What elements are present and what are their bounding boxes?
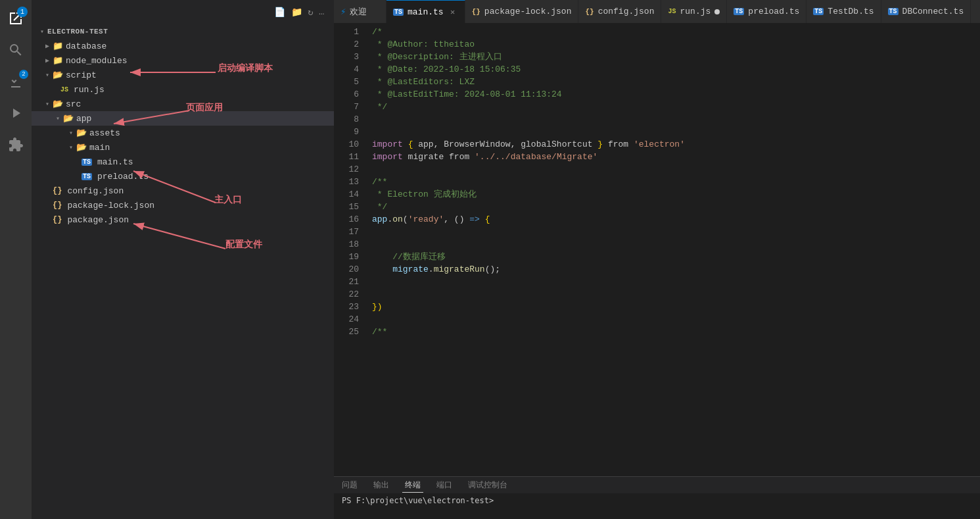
code-line-22 xyxy=(372,288,980,301)
tree-item-main-ts[interactable]: TS main.ts xyxy=(32,155,334,169)
preload-ts-tab-name: preload.ts xyxy=(748,7,799,16)
config-json-tab-icon: {} xyxy=(585,8,594,16)
activity-explorer[interactable]: 1 xyxy=(0,3,32,34)
code-line-5: * @LastEditors: LXZ xyxy=(372,76,980,88)
code-line-24 xyxy=(372,313,980,326)
line-numbers: 1234567891011121314151617181920212223242… xyxy=(334,23,367,476)
code-line-1: /* xyxy=(372,26,980,38)
main-folder-icon: 📂 xyxy=(76,142,87,153)
database-arrow: ▶ xyxy=(42,42,53,50)
tree-item-node-modules[interactable]: ▶ 📁 node_modules xyxy=(32,53,334,68)
package-lock-tab-icon: {} xyxy=(472,8,480,16)
tab-welcome[interactable]: ⚡ 欢迎 xyxy=(334,0,386,23)
activity-search[interactable] xyxy=(0,34,32,66)
tree-item-app[interactable]: ▾ 📂 app xyxy=(32,111,334,126)
tab-package-lock[interactable]: {} package-lock.json xyxy=(465,0,579,23)
new-file-btn[interactable]: 📄 xyxy=(273,5,287,19)
code-line-14: * Electron 完成初始化 xyxy=(372,188,980,201)
assets-arrow: ▾ xyxy=(66,129,76,137)
new-folder-btn[interactable]: 📁 xyxy=(290,5,304,19)
panel-tabs: 问题 输出 终端 端口 调试控制台 xyxy=(334,477,980,493)
root-arrow: ▾ xyxy=(37,28,47,36)
dbconnect-ts-tab-icon: TS xyxy=(888,8,898,15)
tab-run-js[interactable]: JS run.js xyxy=(661,0,727,23)
tree-item-script[interactable]: ▾ 📂 script xyxy=(32,68,334,82)
activity-source-control[interactable]: 2 xyxy=(0,66,32,97)
code-line-7: */ xyxy=(372,101,980,113)
panel-tab-problems[interactable]: 问题 xyxy=(339,478,360,492)
database-folder-icon: 📁 xyxy=(53,41,63,51)
app-folder-icon: 📂 xyxy=(63,113,74,124)
tree-item-config-json[interactable]: ▶ {} config.json xyxy=(32,184,334,198)
code-line-4: * @Date: 2022-10-18 15:06:35 xyxy=(372,63,980,76)
code-line-16: app.on('ready', () => { xyxy=(372,213,980,226)
tree-item-package-lock[interactable]: ▶ {} package-lock.json xyxy=(32,198,334,212)
project-name: ELECTRON-TEST xyxy=(47,28,108,36)
run-js-modified xyxy=(714,9,720,14)
file-tree: ▾ ELECTRON-TEST ▶ 📁 database ▶ 📁 node_mo… xyxy=(32,24,334,519)
run-js-tab-icon: JS xyxy=(668,8,676,15)
panel-tab-ports[interactable]: 端口 xyxy=(434,478,455,492)
activity-run[interactable] xyxy=(0,97,32,129)
config-json-icon: {} xyxy=(53,186,62,195)
tree-item-main-folder[interactable]: ▾ 📂 main xyxy=(32,140,334,155)
code-line-19: //数据库迁移 xyxy=(372,251,980,263)
script-name: script xyxy=(66,70,97,80)
code-line-18 xyxy=(372,238,980,251)
tab-bar: ⚡ 欢迎 TS main.ts ✕ {} package-lock.json {… xyxy=(334,0,980,23)
code-line-2: * @Author: ttheitao xyxy=(372,38,980,51)
package-json-icon: {} xyxy=(53,215,62,224)
run-js-tab-name: run.js xyxy=(680,7,711,16)
panel-tab-debug[interactable]: 调试控制台 xyxy=(465,478,510,492)
code-line-3: * @Description: 主进程入口 xyxy=(372,51,980,63)
tree-item-src[interactable]: ▾ 📂 src xyxy=(32,97,334,111)
code-line-9 xyxy=(372,126,980,138)
tab-main-ts[interactable]: TS main.ts ✕ xyxy=(386,0,465,23)
project-root[interactable]: ▾ ELECTRON-TEST xyxy=(32,24,334,39)
welcome-tab-icon: ⚡ xyxy=(340,6,346,17)
main-ts-tab-icon: TS xyxy=(393,9,404,16)
tree-item-preload-ts[interactable]: TS preload.ts xyxy=(32,169,334,184)
activity-extensions[interactable] xyxy=(0,129,32,161)
database-name: database xyxy=(66,41,106,51)
tree-item-database[interactable]: ▶ 📁 database xyxy=(32,39,334,53)
dbconnect-ts-tab-name: DBConnect.ts xyxy=(902,7,964,16)
code-line-13: /** xyxy=(372,176,980,188)
tab-testdb-ts[interactable]: TS TestDb.ts xyxy=(806,0,881,23)
main-ts-name: main.ts xyxy=(97,157,133,167)
code-content[interactable]: /* * @Author: ttheitao * @Description: 主… xyxy=(367,23,980,476)
tree-item-assets[interactable]: ▾ 📂 assets xyxy=(32,126,334,140)
node-modules-name: node_modules xyxy=(66,56,128,66)
script-arrow: ▾ xyxy=(42,71,53,79)
source-control-badge: 2 xyxy=(19,70,28,79)
tab-preload-ts[interactable]: TS preload.ts xyxy=(727,0,806,23)
explorer-badge: 1 xyxy=(17,7,28,17)
tree-item-run-js[interactable]: JS run.js xyxy=(32,82,334,97)
code-line-6: * @LastEditTime: 2024-08-01 11:13:24 xyxy=(372,88,980,101)
panel-tab-output[interactable]: 输出 xyxy=(371,478,392,492)
package-json-name: package.json xyxy=(67,215,129,225)
code-line-12 xyxy=(372,163,980,176)
src-name: src xyxy=(66,99,81,109)
tree-item-package-json[interactable]: ▶ {} package.json xyxy=(32,212,334,227)
testdb-ts-tab-icon: TS xyxy=(813,8,824,15)
run-js-name: run.js xyxy=(74,85,105,95)
main-ts-close-btn[interactable]: ✕ xyxy=(448,7,458,17)
package-lock-tab-name: package-lock.json xyxy=(484,7,572,16)
refresh-btn[interactable]: ↻ xyxy=(306,5,315,19)
preload-ts-icon: TS xyxy=(82,173,92,180)
main-ts-icon: TS xyxy=(82,159,92,166)
tab-dbconnect-ts[interactable]: TS DBConnect.ts xyxy=(881,0,971,23)
preload-ts-tab-icon: TS xyxy=(734,8,744,15)
testdb-ts-tab-name: TestDb.ts xyxy=(828,7,874,16)
assets-name: assets xyxy=(89,128,120,138)
panel: 问题 输出 终端 端口 调试控制台 PS F:\project\vue\elec… xyxy=(334,476,980,519)
node-modules-folder-icon: 📁 xyxy=(53,55,63,66)
tab-config-json[interactable]: {} config.json xyxy=(578,0,661,23)
panel-tab-terminal[interactable]: 终端 xyxy=(402,478,423,493)
code-line-20: migrate.migrateRun(); xyxy=(372,263,980,276)
collapse-btn[interactable]: … xyxy=(317,5,326,19)
node-modules-arrow: ▶ xyxy=(42,57,53,64)
main-folder-name: main xyxy=(89,143,110,153)
code-editor: 1234567891011121314151617181920212223242… xyxy=(334,23,980,476)
